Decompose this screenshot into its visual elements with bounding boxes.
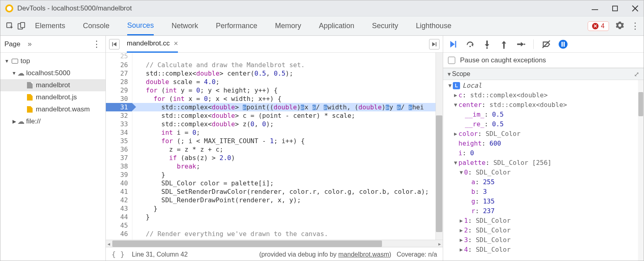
deactivate-breakpoints-button[interactable] (542, 40, 551, 49)
svg-rect-24 (564, 42, 565, 47)
cloud-icon: ☁ (17, 117, 25, 126)
local-badge-icon: L (453, 82, 460, 89)
var-color[interactable]: ▶color: SDL_Color (445, 129, 644, 139)
navigator-header: Page » ⋮ (0, 36, 105, 53)
svg-rect-23 (561, 42, 563, 47)
scrollbar-thumb[interactable] (436, 115, 442, 232)
tree-file-mandelbrot-js[interactable]: mandelbrot.js (0, 91, 105, 103)
tree-top[interactable]: ▼ top (0, 55, 105, 67)
file-icon (27, 94, 33, 101)
more-menu-icon[interactable]: ⋮ (631, 21, 640, 31)
editor-vertical-scrollbar[interactable] (436, 53, 443, 240)
tab-elements[interactable]: Elements (35, 16, 65, 35)
scope-section-header[interactable]: ▼ Scope ⤢ (443, 68, 644, 80)
inspect-element-icon[interactable] (4, 22, 16, 31)
svg-rect-10 (455, 41, 456, 47)
navigator-menu-icon[interactable]: ⋮ (92, 39, 101, 49)
step-out-button[interactable] (500, 40, 508, 49)
svg-point-18 (503, 47, 505, 49)
tree-origin[interactable]: ▼ ☁ localhost:5000 (0, 67, 105, 79)
window-close-button[interactable] (632, 5, 639, 12)
folder-icon (12, 59, 18, 64)
tab-application[interactable]: Application (319, 16, 354, 35)
var-height[interactable]: height: 600 (445, 139, 644, 148)
scroll-left-icon[interactable]: ◂ (107, 241, 110, 247)
file-icon (27, 106, 33, 113)
navigator-panel: Page » ⋮ ▼ top ▼ ☁ localhost:5000 mandel… (0, 36, 106, 261)
var-palette-0[interactable]: ▼0: SDL_Color (445, 168, 644, 177)
scroll-right-icon[interactable]: ▸ (438, 241, 441, 247)
svg-rect-19 (517, 43, 521, 45)
checkbox[interactable] (448, 57, 455, 64)
pause-on-caught-row[interactable]: Pause on caught exceptions (443, 53, 644, 68)
error-badge[interactable]: ✕ 4 (588, 21, 609, 31)
step-into-button[interactable] (483, 40, 491, 49)
resume-button[interactable] (449, 40, 458, 49)
var-center-im[interactable]: __im_: 0.5 (445, 110, 644, 119)
var-center-re[interactable]: __re_: 0.5 (445, 119, 644, 129)
settings-icon[interactable] (615, 21, 624, 31)
var-center[interactable]: ▼center: std::complex<double> (445, 100, 644, 110)
var-palette[interactable]: ▼palette: SDL_Color [256] (445, 158, 644, 168)
window-title: DevTools - localhost:5000/mandelbrot (17, 4, 132, 12)
line-gutter[interactable]: 2526272829303132333435363738394041424344… (106, 53, 132, 240)
scope-scrollbar[interactable] (638, 80, 644, 261)
tab-performance[interactable]: Performance (216, 16, 257, 35)
var-c[interactable]: ▶c: std::complex<double> (445, 90, 644, 100)
tree-file-mandelbrot[interactable]: mandelbrot (0, 79, 105, 91)
var-palette-0-g[interactable]: g: 135 (445, 197, 644, 206)
var-palette-2[interactable]: ▶2: SDL_Color (445, 226, 644, 235)
step-button[interactable] (516, 40, 525, 49)
expand-icon[interactable]: ⤢ (632, 70, 640, 78)
editor-horizontal-scrollbar[interactable]: ◂ ▸ (106, 240, 443, 247)
editor-tab-active[interactable]: mandelbrot.cc × (127, 36, 178, 53)
pretty-print-icon[interactable]: { } (111, 250, 125, 259)
scrollbar-thumb[interactable] (112, 240, 382, 247)
svg-marker-9 (450, 41, 455, 47)
navigator-more-tabs-icon[interactable]: » (28, 40, 32, 48)
var-palette-3[interactable]: ▶3: SDL_Color (445, 235, 644, 245)
svg-rect-13 (486, 40, 488, 44)
scope-local[interactable]: ▼ L Local (445, 81, 644, 90)
var-palette-0-a[interactable]: a: 255 (445, 177, 644, 187)
tree-file-mandelbrot-wasm[interactable]: mandelbrot.wasm (0, 103, 105, 115)
navigator-page-tab[interactable]: Page (4, 40, 21, 48)
window-minimize-button[interactable] (591, 5, 599, 12)
svg-marker-12 (471, 43, 473, 46)
editor-history-back-icon[interactable] (109, 39, 120, 49)
pause-on-exceptions-button[interactable] (559, 40, 568, 49)
tab-lighthouse[interactable]: Lighthouse (416, 16, 451, 35)
svg-rect-7 (436, 42, 437, 46)
var-palette-0-r[interactable]: r: 237 (445, 206, 644, 216)
error-circle-icon: ✕ (592, 23, 599, 29)
device-toggle-icon[interactable] (16, 22, 27, 31)
status-right: (provided via debug info by mandelbrot.w… (259, 251, 437, 258)
code-editor[interactable]: 2526272829303132333435363738394041424344… (106, 53, 443, 240)
var-palette-4[interactable]: ▶4: SDL_Color (445, 245, 644, 255)
svg-point-15 (486, 47, 488, 49)
scope-body: ▼ L Local ▶c: std::complex<double> ▼cent… (443, 80, 644, 258)
editor-history-forward-icon[interactable] (429, 39, 440, 49)
tree-file-scheme[interactable]: ▶ ☁ file:// (0, 115, 105, 127)
devtools-tab-bar: ElementsConsoleSourcesNetworkPerformance… (0, 16, 644, 36)
scrollbar-thumb[interactable] (638, 92, 643, 116)
var-palette-1[interactable]: ▶1: SDL_Color (445, 216, 644, 226)
editor-panel: mandelbrot.cc × 252627282930313233343536… (106, 36, 443, 261)
svg-marker-20 (521, 42, 524, 46)
chevron-down-icon: ▼ (447, 81, 453, 90)
tab-console[interactable]: Console (83, 16, 109, 35)
step-over-button[interactable] (466, 40, 475, 49)
close-tab-icon[interactable]: × (174, 39, 178, 48)
code-content[interactable]: // Calculate and draw the Mandelbrot set… (132, 53, 443, 240)
window-maximize-button[interactable] (611, 5, 619, 12)
debug-source-link[interactable]: mandelbrot.wasm (339, 251, 389, 258)
tab-memory[interactable]: Memory (275, 16, 301, 35)
tab-sources[interactable]: Sources (127, 16, 154, 35)
debugger-panel: Pause on caught exceptions ▼ Scope ⤢ ▼ L… (443, 36, 644, 261)
file-tree: ▼ top ▼ ☁ localhost:5000 mandelbrot mand… (0, 53, 105, 130)
var-i[interactable]: i: 0 (445, 148, 644, 158)
tab-network[interactable]: Network (171, 16, 198, 35)
svg-point-11 (469, 45, 471, 47)
tab-security[interactable]: Security (372, 16, 398, 35)
var-palette-0-b[interactable]: b: 3 (445, 187, 644, 197)
